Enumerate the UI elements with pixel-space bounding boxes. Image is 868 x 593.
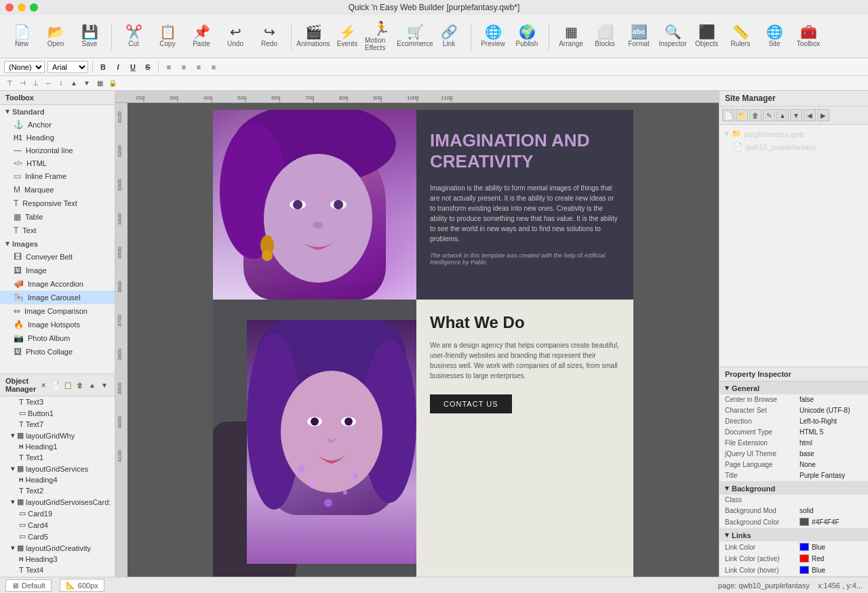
sm-up-btn[interactable]: ▲	[776, 109, 789, 121]
om-item-text1[interactable]: T Text1	[0, 452, 115, 463]
sm-next-btn[interactable]: ▶	[817, 109, 829, 121]
toolbox-item-anchor[interactable]: ⚓ Anchor	[0, 118, 115, 131]
lock-icon[interactable]: 🔒	[107, 78, 118, 89]
group-icon[interactable]: ▦	[94, 78, 105, 89]
linkcolor-swatch[interactable]	[800, 543, 809, 551]
underline-button[interactable]: U	[127, 61, 139, 73]
om-item-heading1[interactable]: H Heading1	[0, 441, 115, 452]
toolbox-item-table[interactable]: ▦ Table	[0, 210, 115, 224]
send-back-icon[interactable]: ▼	[81, 78, 92, 89]
toolbox-item-image-carousel[interactable]: 🎠 Image Carousel	[0, 291, 115, 304]
save-button[interactable]: 💾 Save	[73, 18, 106, 56]
new-button[interactable]: 📄 New	[5, 18, 38, 56]
strikethrough-button[interactable]: S	[142, 61, 154, 73]
align-justify-button[interactable]: ≡	[208, 61, 220, 73]
rulers-button[interactable]: 📏 Rulers	[724, 18, 757, 56]
format-button[interactable]: 🔤 Format	[623, 18, 655, 56]
pi-background-header[interactable]: ▾ Background	[719, 482, 868, 495]
sm-prev-btn[interactable]: ◀	[804, 109, 816, 121]
align-bottom-icon[interactable]: ⊥	[30, 78, 41, 89]
bring-front-icon[interactable]: ▲	[68, 78, 79, 89]
om-delete-icon[interactable]: 🗑	[75, 380, 85, 390]
om-copy-icon[interactable]: 📋	[63, 380, 73, 390]
om-item-layoutgridservicescard[interactable]: ▾ ▦ layoutGridServoisesCard:	[0, 496, 115, 508]
om-close-icon[interactable]: ✕	[39, 380, 48, 390]
om-item-text4[interactable]: T Text4	[0, 565, 115, 575]
toolbox-button[interactable]: 🧰 Toolbox	[792, 18, 825, 56]
toolbox-item-marquee[interactable]: M Marquee	[0, 183, 115, 197]
toolbox-item-heading[interactable]: H1 Heading	[0, 131, 115, 144]
toolbox-item-html[interactable]: </> HTML	[0, 157, 115, 169]
objects-button[interactable]: ⬛ Objects	[690, 18, 723, 56]
preview-button[interactable]: 🌐 Preview	[477, 18, 509, 56]
align-center-button[interactable]: ≡	[178, 61, 190, 73]
linkcolor-active-swatch[interactable]	[800, 554, 809, 563]
om-item-heading4[interactable]: H Heading4	[0, 474, 115, 485]
services-contact-button[interactable]: CONTACT US	[430, 394, 512, 413]
canvas-viewport[interactable]: IMAGINATION AND CREATIVITY Imagination i…	[127, 103, 719, 577]
motion-button[interactable]: 🏃 Motion Effects	[365, 18, 397, 56]
om-item-card5[interactable]: ▭ Card5	[0, 531, 115, 542]
sm-down-btn[interactable]: ▼	[790, 109, 802, 121]
style-select[interactable]: (None)	[4, 61, 45, 73]
toolbox-item-photo-collage[interactable]: 🖼 Photo Collage	[0, 345, 115, 359]
sm-new-page-btn[interactable]: 📄	[722, 109, 734, 121]
undo-button[interactable]: ↩ Undo	[219, 18, 252, 56]
om-item-card19[interactable]: ▭ Card19	[0, 508, 115, 519]
bgcolor-swatch[interactable]	[800, 518, 809, 526]
om-item-text7[interactable]: T Text7	[0, 419, 115, 430]
italic-button[interactable]: I	[112, 61, 124, 73]
statusbar-view-toggle[interactable]: 🖥 Default	[5, 579, 52, 592]
om-item-text5[interactable]: T Text5	[0, 575, 115, 577]
pi-links-header[interactable]: ▾ Links	[719, 529, 868, 541]
dist-vertical-icon[interactable]: ↕	[56, 78, 66, 89]
ecommerce-button[interactable]: 🛒 Ecommerce	[399, 18, 431, 56]
arrange-button[interactable]: ▦ Arrange	[555, 18, 587, 56]
om-item-text2[interactable]: T Text2	[0, 485, 115, 496]
close-button[interactable]	[5, 3, 14, 12]
events-button[interactable]: ⚡ Events	[331, 18, 363, 56]
toolbox-item-iframe[interactable]: ▭ Inline Frame	[0, 169, 115, 183]
font-select[interactable]: Arial	[47, 61, 88, 73]
linkcolor-hover-swatch[interactable]	[800, 566, 809, 574]
om-move-down-icon[interactable]: ▼	[100, 380, 109, 390]
toolbox-item-responsive-text[interactable]: T Responsive Text	[0, 197, 115, 210]
link-button[interactable]: 🔗 Link	[433, 18, 465, 56]
align-left-button[interactable]: ≡	[163, 61, 175, 73]
toolbox-item-image[interactable]: 🖼 Image	[0, 264, 115, 277]
toolbox-item-image-accordion[interactable]: 🪗 Image Accordion	[0, 277, 115, 291]
om-item-text3[interactable]: T Text3	[0, 396, 115, 407]
inspector-button[interactable]: 🔍 Inspector	[656, 18, 689, 56]
sm-new-folder-btn[interactable]: 📁	[736, 109, 748, 121]
animations-button[interactable]: 🎬 Animations	[297, 18, 330, 56]
images-section-header[interactable]: ▾ Images	[0, 237, 115, 250]
cut-button[interactable]: ✂️ Cut	[117, 18, 150, 56]
paste-button[interactable]: 📌 Paste	[185, 18, 218, 56]
align-right-button[interactable]: ≡	[193, 61, 205, 73]
minimize-button[interactable]	[18, 3, 26, 12]
redo-button[interactable]: ↪ Redo	[253, 18, 285, 56]
publish-button[interactable]: 🌍 Publish	[511, 18, 543, 56]
toolbox-item-image-comparison[interactable]: ⇔ Image Comparison	[0, 304, 115, 318]
dist-horizontal-icon[interactable]: ↔	[43, 78, 54, 89]
om-item-card4[interactable]: ▭ Card4	[0, 519, 115, 531]
toolbox-item-photo-album[interactable]: 📷 Photo Album	[0, 331, 115, 345]
om-add-icon[interactable]: 📄	[51, 380, 60, 390]
window-controls[interactable]	[5, 3, 38, 12]
site-button[interactable]: 🌐 Site	[758, 18, 791, 56]
bold-button[interactable]: B	[97, 61, 109, 73]
toolbox-item-hline[interactable]: — Horizontal line	[0, 144, 115, 157]
statusbar-width-btn[interactable]: 📐 600px	[60, 579, 104, 592]
align-middle-icon[interactable]: ⊣	[17, 78, 28, 89]
open-button[interactable]: 📂 Open	[39, 18, 72, 56]
toolbox-item-image-hotspots[interactable]: 🔥 Image Hotspots	[0, 318, 115, 331]
toolbox-item-conveyer[interactable]: 🎞 Conveyer Belt	[0, 250, 115, 264]
blocks-button[interactable]: ⬜ Blocks	[589, 18, 621, 56]
maximize-button[interactable]	[30, 3, 38, 12]
sm-delete-btn[interactable]: 🗑	[749, 109, 762, 121]
om-move-up-icon[interactable]: ▲	[87, 380, 97, 390]
om-item-button1[interactable]: ▭ Button1	[0, 407, 115, 419]
om-item-layoutgridwhy[interactable]: ▾ ▦ layoutGridWhy	[0, 430, 115, 441]
toolbox-item-text[interactable]: T Text	[0, 224, 115, 237]
sm-rename-btn[interactable]: ✎	[763, 109, 775, 121]
